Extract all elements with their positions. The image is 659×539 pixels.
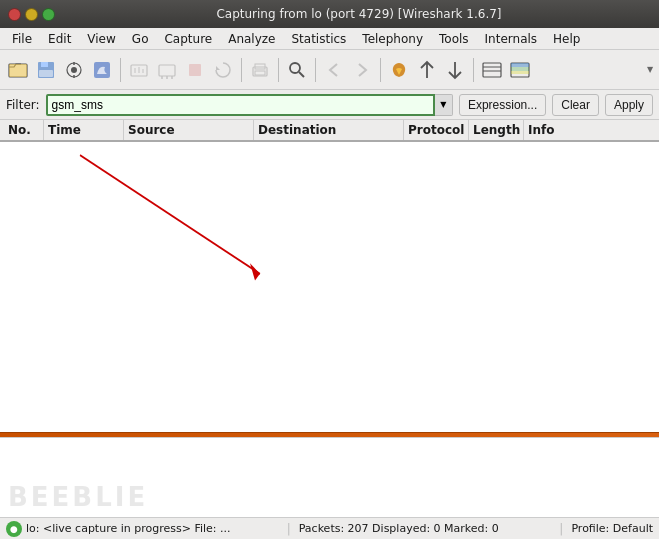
next-packet-icon[interactable] [441, 56, 469, 84]
filter-input[interactable] [46, 94, 435, 116]
capture-status-icon: ● [6, 521, 22, 537]
first-packet-icon[interactable] [385, 56, 413, 84]
toolbar-separator-5 [380, 58, 381, 82]
title-bar: Capturing from lo (port 4729) [Wireshark… [0, 0, 659, 28]
packet-list-header: No. Time Source Destination Protocol Len… [0, 120, 659, 142]
svg-rect-4 [39, 70, 53, 77]
menu-bar: File Edit View Go Capture Analyze Statis… [0, 28, 659, 50]
svg-rect-30 [511, 67, 529, 71]
menu-analyze[interactable]: Analyze [220, 30, 283, 48]
svg-rect-3 [41, 62, 48, 67]
options-icon[interactable] [153, 56, 181, 84]
capture-status-text: lo: <live capture in progress> File: ... [26, 522, 279, 535]
menu-tools[interactable]: Tools [431, 30, 477, 48]
stop-icon[interactable] [181, 56, 209, 84]
menu-help[interactable]: Help [545, 30, 588, 48]
svg-marker-19 [216, 66, 220, 70]
toolbar-separator-1 [120, 58, 121, 82]
col-header-time[interactable]: Time [44, 120, 124, 140]
col-header-destination[interactable]: Destination [254, 120, 404, 140]
toolbar-separator-4 [315, 58, 316, 82]
svg-rect-25 [483, 63, 501, 77]
svg-line-32 [80, 155, 260, 274]
svg-rect-18 [189, 64, 201, 76]
menu-edit[interactable]: Edit [40, 30, 79, 48]
menu-statistics[interactable]: Statistics [283, 30, 354, 48]
capture-options-icon[interactable] [60, 56, 88, 84]
toolbar-separator-6 [473, 58, 474, 82]
filter-label: Filter: [6, 98, 40, 112]
apply-button[interactable]: Apply [605, 94, 653, 116]
profile-text: Profile: Default [571, 522, 653, 535]
toolbar-overflow-icon[interactable]: ▼ [645, 56, 655, 84]
start-capture-icon[interactable] [88, 56, 116, 84]
open-capture-icon[interactable] [4, 56, 32, 84]
col-header-protocol[interactable]: Protocol [404, 120, 469, 140]
col-header-source[interactable]: Source [124, 120, 254, 140]
interfaces-icon[interactable] [125, 56, 153, 84]
svg-rect-1 [9, 64, 27, 77]
filter-input-wrapper: ▼ [46, 94, 453, 116]
coloring-rules-icon[interactable] [506, 56, 534, 84]
watermark: BEEBLIE [8, 482, 148, 512]
toolbar-separator-2 [241, 58, 242, 82]
menu-view[interactable]: View [79, 30, 123, 48]
packet-details-panel: BEEBLIE [0, 437, 659, 517]
colorize-icon[interactable] [478, 56, 506, 84]
toolbar: ▼ [0, 50, 659, 90]
packet-list-body[interactable] [0, 142, 659, 432]
col-header-no[interactable]: No. [4, 120, 44, 140]
restart-icon[interactable] [209, 56, 237, 84]
filter-dropdown-button[interactable]: ▼ [435, 94, 453, 116]
col-header-length[interactable]: Length [469, 120, 524, 140]
prev-packet-icon[interactable] [413, 56, 441, 84]
minimize-button[interactable] [25, 8, 38, 21]
menu-file[interactable]: File [4, 30, 40, 48]
svg-rect-14 [159, 65, 175, 76]
close-button[interactable] [8, 8, 21, 21]
menu-telephony[interactable]: Telephony [354, 30, 431, 48]
svg-point-6 [71, 67, 77, 73]
menu-internals[interactable]: Internals [477, 30, 546, 48]
window-controls[interactable] [8, 8, 55, 21]
svg-point-23 [290, 63, 300, 73]
toolbar-separator-3 [278, 58, 279, 82]
col-header-info[interactable]: Info [524, 120, 655, 140]
annotation-line [0, 142, 659, 432]
svg-line-24 [299, 72, 304, 77]
status-bar: ● lo: <live capture in progress> File: .… [0, 517, 659, 539]
window-title: Capturing from lo (port 4729) [Wireshark… [67, 7, 651, 21]
back-icon[interactable] [320, 56, 348, 84]
svg-marker-33 [250, 263, 260, 280]
packets-info-text: Packets: 207 Displayed: 0 Marked: 0 [299, 522, 552, 535]
filter-bar: Filter: ▼ Expression... Clear Apply [0, 90, 659, 120]
clear-button[interactable]: Clear [552, 94, 599, 116]
menu-capture[interactable]: Capture [156, 30, 220, 48]
expression-button[interactable]: Expression... [459, 94, 546, 116]
svg-rect-22 [255, 71, 265, 75]
find-icon[interactable] [283, 56, 311, 84]
maximize-button[interactable] [42, 8, 55, 21]
svg-rect-31 [511, 71, 529, 74]
svg-rect-29 [511, 63, 529, 67]
forward-icon[interactable] [348, 56, 376, 84]
print-icon[interactable] [246, 56, 274, 84]
menu-go[interactable]: Go [124, 30, 157, 48]
save-capture-icon[interactable] [32, 56, 60, 84]
